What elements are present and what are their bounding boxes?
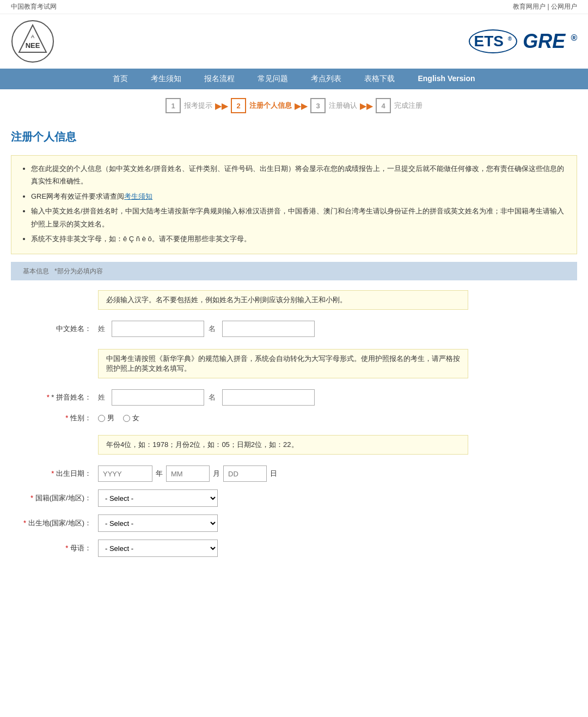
pinyin-name-row: * * 拼音姓名： 姓 名 [11,389,577,406]
steps-bar: 1 报考提示 ▶▶ 2 注册个人信息 ▶▶ 3 注册确认 ▶▶ 4 完成注册 [0,89,588,122]
year-input[interactable] [98,465,152,482]
gender-row: * 性别： 男 女 [11,413,577,423]
nav-download[interactable]: 表格下载 [361,73,398,85]
gender-female-option[interactable]: 女 [123,413,139,423]
step-arrow-2: ▶▶ [296,101,306,111]
nav-notice[interactable]: 考生须知 [148,73,185,85]
user-links: 教育网用户 | 公网用户 [513,2,577,11]
pinyin-last-name-input[interactable] [112,389,204,406]
day-input[interactable] [223,465,267,482]
pinyin-first-sub-label: 名 [209,393,216,402]
pinyin-name-label: * * 拼音姓名： [11,393,98,402]
step-1-label: 报考提示 [184,101,212,111]
svg-text:A: A [31,34,34,39]
neea-logo: NEE A [11,20,54,63]
year-unit: 年 [156,469,163,479]
notice-link[interactable]: 考生须知 [124,192,152,200]
gender-female-radio[interactable] [123,415,130,422]
chinese-name-inputs: 姓 名 [98,321,315,337]
gender-male-option[interactable]: 男 [98,413,114,423]
step-1: 1 报考提示 [166,98,212,113]
info-list: 您在此提交的个人信息（如中英文姓名/拼音姓名、证件类别、证件号码、出生日期）将会… [20,162,568,245]
step-3-label: 注册确认 [329,101,357,111]
pinyin-hint: 中国考生请按照《新华字典》的规范输入拼音，系统会自动转化为大写字母形式。使用护照… [98,349,468,378]
step-2-label: 注册个人信息 [249,101,292,111]
info-item-2: GRE网考有效证件要求请查阅考生须知 [31,190,568,203]
gender-male-radio[interactable] [98,415,105,422]
step-4-label: 完成注册 [394,101,422,111]
nav-home[interactable]: 首页 [109,73,131,85]
nationality-row: * 国籍(国家/地区)： - Select - [11,489,577,507]
step-3-num: 3 [310,98,326,113]
mother-tongue-label: * 母语： [11,543,98,553]
birthplace-required-star: * [23,519,28,527]
month-unit: 月 [213,469,220,479]
gender-label: * 性别： [11,413,98,423]
nav-faq[interactable]: 常见问题 [254,73,291,85]
step-arrow-1: ▶▶ [217,101,226,111]
step-1-num: 1 [166,98,181,113]
day-unit: 日 [270,469,277,479]
step-2-num: 2 [231,98,246,113]
svg-text:NEE: NEE [26,41,40,50]
info-item-4: 系统不支持非英文字母，如：ê Ç ñ è ō。请不要使用那些非英文字母。 [31,232,568,245]
site-name: 中国教育考试网 [11,2,57,11]
chinese-name-row: 中文姓名： 姓 名 [11,321,577,337]
step-arrow-3: ▶▶ [362,101,371,111]
birthdate-hint: 年份4位，如：1978；月份2位，如：05；日期2位，如：22。 [98,435,468,455]
step-4: 4 完成注册 [376,98,422,113]
step-3: 3 注册确认 [310,98,357,113]
birthplace-row: * 出生地(国家/地区)： - Select - [11,514,577,532]
nationality-required-star: * [30,494,35,502]
gender-required-star: * [65,414,70,422]
pinyin-name-inputs: 姓 名 [98,389,315,406]
mother-tongue-row: * 母语： - Select - [11,540,577,557]
nav-bar: 首页 考生须知 报名流程 常见问题 考点列表 表格下载 English Vers… [0,69,588,89]
chinese-name-hint: 必须输入汉字。名不要包括姓，例如姓名为王小刚则应该分别输入王和小刚。 [98,290,468,310]
nav-locations[interactable]: 考点列表 [308,73,345,85]
section-subtitle: *部分为必填内容 [54,267,103,275]
form-area: 必须输入汉字。名不要包括姓，例如姓名为王小刚则应该分别输入王和小刚。 中文姓名：… [0,280,588,570]
birthplace-label: * 出生地(国家/地区)： [11,518,98,528]
nav-process[interactable]: 报名流程 [201,73,238,85]
gender-radio-group: 男 女 [98,413,139,423]
birthdate-row: * 出生日期： 年 月 日 [11,465,577,482]
nav-english[interactable]: English Version [414,73,478,85]
pinyin-last-sub-label: 姓 [98,393,105,402]
mother-tongue-select[interactable]: - Select - [98,540,218,557]
nationality-select[interactable]: - Select - [98,489,218,507]
pinyin-first-name-input[interactable] [222,389,315,406]
birthdate-label: * 出生日期： [11,469,98,479]
gender-male-label: 男 [107,413,114,423]
gre-logo: GRE ® [523,30,577,53]
birthdate-required-star: * [51,469,56,477]
nationality-label: * 国籍(国家/地区)： [11,493,98,503]
top-bar: 中国教育考试网 教育网用户 | 公网用户 [0,0,588,14]
month-input[interactable] [166,465,210,482]
info-item-1: 您在此提交的个人信息（如中英文姓名/拼音姓名、证件类别、证件号码、出生日期）将会… [31,162,568,188]
mother-tongue-required-star: * [65,544,70,552]
date-inputs: 年 月 日 [98,465,277,482]
birthplace-select[interactable]: - Select - [98,514,218,532]
gender-female-label: 女 [132,413,139,423]
step-2: 2 注册个人信息 [231,98,292,113]
step-4-num: 4 [376,98,391,113]
ets-logo: ETS ® [469,29,518,53]
section-header: 基本信息 *部分为必填内容 [11,262,577,280]
page-title: 注册个人信息 [0,122,588,150]
logo-left: NEE A [11,20,54,63]
first-name-sub-label: 名 [209,324,216,334]
last-name-sub-label: 姓 [98,324,105,334]
header: NEE A ETS ® GRE ® [0,14,588,69]
logo-right: ETS ® GRE ® [469,29,577,53]
chinese-name-label: 中文姓名： [11,324,98,334]
info-item-3: 输入中英文姓名/拼音姓名时，中国大陆考生请按新华字典规则输入标准汉语拼音，中国香… [31,205,568,230]
chinese-last-name-input[interactable] [112,321,204,337]
info-box: 您在此提交的个人信息（如中英文姓名/拼音姓名、证件类别、证件号码、出生日期）将会… [11,155,577,254]
section-title: 基本信息 [23,267,49,275]
chinese-first-name-input[interactable] [222,321,315,337]
